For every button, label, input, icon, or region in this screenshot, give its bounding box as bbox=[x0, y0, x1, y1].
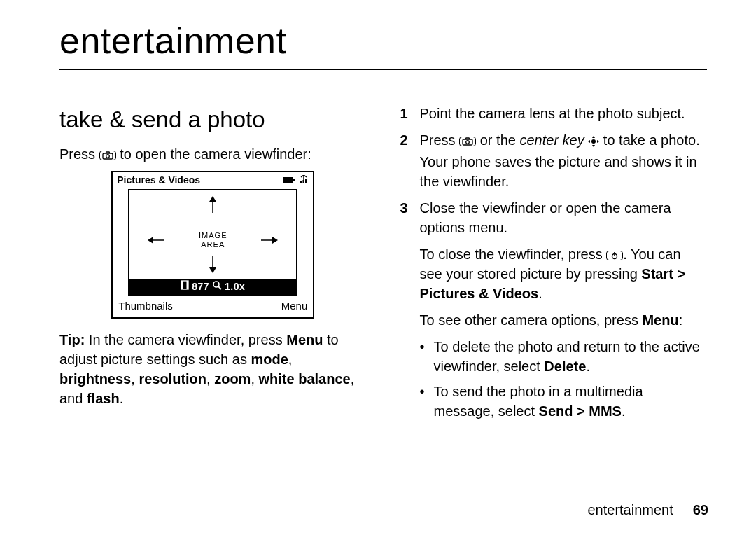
bullet-1: • To delete the photo and return to the … bbox=[420, 337, 708, 376]
svg-marker-12 bbox=[148, 237, 153, 244]
svg-rect-16 bbox=[181, 281, 183, 289]
step-3-number: 3 bbox=[400, 198, 410, 237]
end-key-icon bbox=[606, 251, 623, 260]
center-key-label: center key bbox=[519, 132, 584, 148]
tip-c3: , bbox=[206, 371, 214, 387]
other-t2: : bbox=[679, 312, 683, 328]
footer-label: entertainment bbox=[587, 502, 673, 518]
softkey-right: Menu bbox=[281, 298, 308, 313]
image-area-line1: IMAGE bbox=[199, 231, 227, 240]
manual-page: entertainment take & send a photo Press … bbox=[0, 0, 756, 535]
photo-count: 877 bbox=[192, 280, 209, 294]
tip-period: . bbox=[120, 391, 124, 406]
step-3: 3 Close the viewfinder or open the camer… bbox=[400, 198, 708, 237]
tip-brightness: brightness bbox=[59, 371, 131, 387]
step-2-text: Press or the center key to take a photo.… bbox=[420, 130, 708, 191]
intro-line: Press to open the camera viewfinder: bbox=[59, 144, 367, 164]
tip-resolution: resolution bbox=[139, 371, 206, 387]
s2-t2: or the bbox=[476, 132, 519, 148]
image-area-line2: AREA bbox=[199, 240, 227, 249]
arrow-up-icon bbox=[209, 196, 217, 213]
center-key-icon bbox=[588, 132, 599, 152]
bullet-2-text: To send the photo in a multimedia messag… bbox=[434, 382, 708, 421]
svg-point-1 bbox=[106, 155, 109, 158]
step-2-number: 2 bbox=[400, 130, 410, 191]
bullet-list: • To delete the photo and return to the … bbox=[400, 337, 708, 421]
s2-t1: Press bbox=[420, 132, 460, 148]
camera-key-icon bbox=[99, 151, 116, 160]
intro-before: Press bbox=[59, 146, 99, 162]
magnifier-icon bbox=[212, 280, 222, 294]
intro-after: to open the camera viewfinder: bbox=[116, 146, 312, 162]
right-column: 1 Point the camera lens at the photo sub… bbox=[400, 104, 708, 426]
close-t1: To close the viewfinder, press bbox=[420, 246, 607, 262]
svg-marker-10 bbox=[209, 268, 216, 273]
tip-c2: , bbox=[131, 371, 139, 387]
svg-rect-4 bbox=[300, 181, 302, 183]
other-t1: To see other camera options, press bbox=[420, 312, 643, 328]
arrow-left-icon bbox=[148, 236, 164, 244]
svg-marker-25 bbox=[588, 140, 590, 143]
viewfinder-titlebar: Pictures & Videos bbox=[113, 172, 313, 188]
bullet-2: • To send the photo in a multimedia mess… bbox=[420, 382, 708, 421]
svg-marker-24 bbox=[592, 145, 595, 147]
svg-marker-14 bbox=[272, 237, 278, 244]
step-2: 2 Press or the center key to take a phot… bbox=[400, 130, 708, 191]
tip-lead: Tip: bbox=[59, 332, 85, 347]
viewfinder-image-area: IMAGE AREA 877 1.0x bbox=[128, 189, 298, 296]
section-heading: take & send a photo bbox=[59, 104, 367, 136]
step-1-number: 1 bbox=[400, 104, 410, 123]
svg-point-22 bbox=[592, 139, 596, 144]
svg-marker-8 bbox=[209, 196, 216, 202]
arrow-right-icon bbox=[261, 236, 278, 244]
page-footer: entertainment 69 bbox=[587, 502, 708, 518]
bullet-dot-icon: • bbox=[420, 337, 427, 376]
svg-rect-2 bbox=[284, 177, 293, 183]
chapter-title: entertainment bbox=[59, 20, 707, 64]
tip-mode: mode bbox=[251, 352, 288, 367]
viewfinder-illustration: Pictures & Videos IMAGE AREA bbox=[59, 171, 367, 319]
step-1-text: Point the camera lens at the photo subje… bbox=[420, 104, 685, 123]
page-number: 69 bbox=[693, 502, 708, 518]
step-3-text: Close the viewfinder or open the camera … bbox=[420, 198, 708, 237]
tip-flash: flash bbox=[87, 391, 120, 406]
svg-marker-23 bbox=[592, 136, 595, 138]
bullet-dot-icon: • bbox=[420, 382, 427, 421]
softkey-left: Thumbnails bbox=[118, 298, 173, 313]
horizontal-rule bbox=[59, 69, 707, 70]
tip-zoom: zoom bbox=[214, 371, 251, 387]
tip-paragraph: Tip: In the camera viewfinder, press Men… bbox=[59, 330, 367, 408]
svg-rect-6 bbox=[305, 179, 307, 183]
image-area-label: IMAGE AREA bbox=[199, 231, 227, 249]
signal-icon bbox=[299, 174, 309, 188]
viewfinder-title: Pictures & Videos bbox=[117, 174, 200, 188]
b1-delete: Delete bbox=[544, 359, 586, 374]
svg-rect-5 bbox=[303, 180, 304, 183]
arrow-down-icon bbox=[209, 256, 217, 273]
b2-t2: . bbox=[622, 403, 626, 419]
step-1: 1 Point the camera lens at the photo sub… bbox=[400, 104, 708, 123]
viewfinder-softkeys: Thumbnails Menu bbox=[113, 296, 313, 317]
left-column: take & send a photo Press to open the ca… bbox=[59, 104, 367, 426]
svg-point-18 bbox=[214, 282, 219, 287]
b1-t2: . bbox=[586, 359, 590, 374]
other-options-para: To see other camera options, press Menu: bbox=[400, 310, 708, 330]
viewfinder-frame: Pictures & Videos IMAGE AREA bbox=[111, 171, 314, 319]
svg-rect-3 bbox=[293, 179, 295, 181]
tip-c1: , bbox=[288, 352, 293, 367]
tip-c4: , bbox=[251, 371, 258, 387]
viewfinder-status-bar: 877 1.0x bbox=[128, 279, 298, 296]
bullet-1-text: To delete the photo and return to the ac… bbox=[434, 337, 708, 376]
zoom-level: 1.0x bbox=[225, 280, 245, 294]
svg-rect-17 bbox=[187, 281, 189, 289]
b2-send: Send > MMS bbox=[539, 403, 622, 419]
tip-white-balance: white balance bbox=[259, 371, 351, 387]
close-t3: . bbox=[538, 286, 542, 301]
other-menu: Menu bbox=[642, 312, 678, 328]
tip-t1: In the camera viewfinder, press bbox=[85, 332, 286, 347]
camera-key-icon bbox=[459, 137, 476, 146]
two-column-layout: take & send a photo Press to open the ca… bbox=[59, 104, 707, 426]
battery-icon bbox=[284, 174, 296, 188]
film-icon bbox=[181, 280, 189, 294]
svg-point-21 bbox=[466, 141, 470, 144]
